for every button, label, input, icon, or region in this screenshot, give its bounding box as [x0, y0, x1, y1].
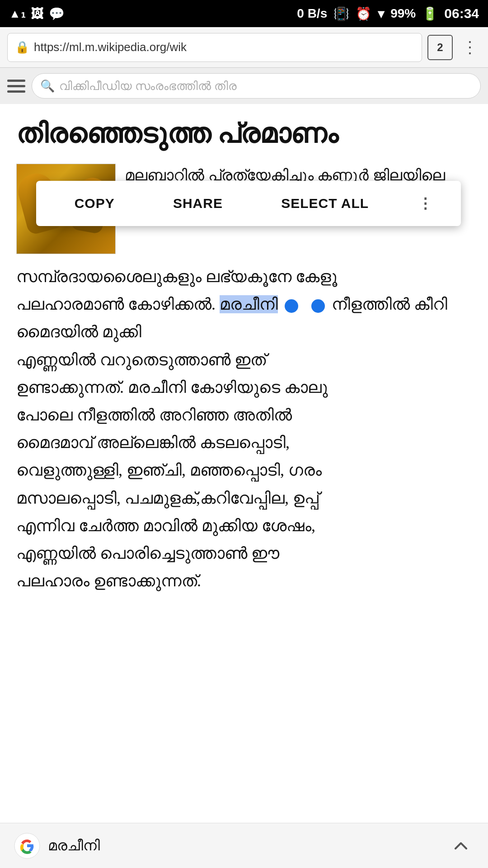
browser-more-button[interactable]: ⋮: [458, 38, 481, 57]
battery-icon: 🔋: [422, 6, 438, 21]
time: 06:34: [444, 6, 479, 21]
wiki-search-box[interactable]: 🔍 വിക്കിപീഡിയ സംരംഭത്തിൽ തിര: [32, 73, 481, 99]
tab-count-button[interactable]: 2: [427, 35, 453, 60]
context-more-button[interactable]: ⋮: [418, 195, 432, 212]
context-menu: COPY SHARE SELECT ALL ⋮: [36, 181, 461, 226]
copy-button[interactable]: COPY: [66, 196, 124, 211]
wiki-searchbar: 🔍 വിക്കിപീഡിയ സംരംഭത്തിൽ തിര: [0, 68, 488, 104]
article-body-para2: എണ്ണയിൽ വറുതെടുത്താൺ ഇത് ഉണ്ടാക്കുന്നത്.…: [16, 346, 472, 595]
url-text: https://ml.m.wikipedia.org/wik: [34, 40, 414, 54]
hamburger-menu[interactable]: [7, 80, 25, 93]
search-placeholder: വിക്കിപീഡിയ സംരംഭത്തിൽ തിര: [59, 79, 237, 93]
article-body-para1: സമ്പ്രദായശൈലുകളും ലഭ്യകൂനേ കേളൂ പലഹാരമാൺ…: [16, 263, 472, 346]
battery-level: 99%: [390, 6, 416, 21]
status-left: ▲₁ 🖼 💬: [9, 6, 65, 21]
message-icon: 💬: [49, 6, 65, 21]
google-logo: [14, 832, 41, 859]
search-icon: 🔍: [40, 79, 55, 93]
selection-handle-left: [311, 299, 325, 313]
share-button[interactable]: SHARE: [164, 196, 232, 211]
bottom-search-text[interactable]: മരചീനി: [48, 837, 440, 854]
wifi-icon: ▾: [378, 6, 384, 21]
alarm-icon: ⏰: [356, 6, 371, 21]
selection-handle-right: [285, 299, 298, 313]
selected-word: മരചീനി: [220, 295, 278, 313]
status-right: 0 B/s 📳 ⏰ ▾ 99% 🔋 06:34: [297, 6, 479, 21]
bottom-bar: മരചീനി: [0, 823, 488, 868]
article-title: തിരഞ്ഞെടുത്ത പ്രമാണം: [16, 118, 472, 150]
url-bar[interactable]: 🔒 https://ml.m.wikipedia.org/wik: [7, 33, 422, 62]
browser-toolbar: 🔒 https://ml.m.wikipedia.org/wik 2 ⋮: [0, 27, 488, 68]
select-all-button[interactable]: SELECT ALL: [272, 196, 378, 211]
vibrate-icon: 📳: [333, 6, 349, 21]
article-content: തിരഞ്ഞെടുത്ത പ്രമാണം മലബാറിൽ പ്രത്യേകിച്…: [0, 104, 488, 609]
image-icon: 🖼: [31, 6, 43, 21]
lock-icon: 🔒: [15, 40, 29, 54]
data-speed: 0 B/s: [297, 6, 327, 21]
article-body: സമ്പ്രദായശൈലുകളും ലഭ്യകൂനേ കേളൂ പലഹാരമാൺ…: [16, 263, 472, 595]
signal-icon: ▲₁: [9, 7, 25, 21]
status-bar: ▲₁ 🖼 💬 0 B/s 📳 ⏰ ▾ 99% 🔋 06:34: [0, 0, 488, 27]
scroll-up-button[interactable]: [447, 832, 474, 859]
